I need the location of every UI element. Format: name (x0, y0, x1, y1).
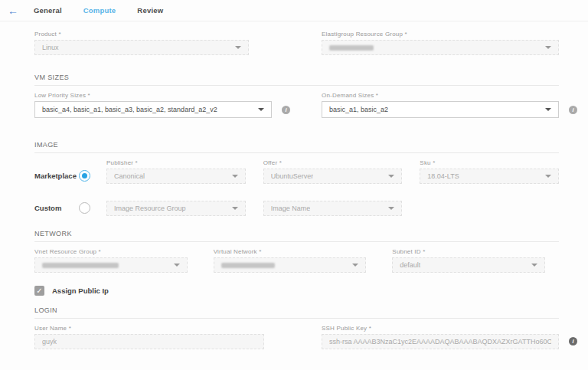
section-divider (34, 152, 559, 153)
subnet-id-select: default (392, 257, 545, 273)
on-demand-sizes-select[interactable]: basic_a1, basic_a2 (322, 101, 559, 118)
section-divider (34, 85, 559, 86)
info-icon[interactable]: i (569, 106, 577, 114)
elastigroup-resource-group-label: Elastigroup Resource Group * (322, 31, 559, 38)
low-priority-sizes-value: basic_a4, basic_a1, basic_a3, basic_a2, … (42, 106, 217, 113)
assign-public-ip-label: Assign Public Ip (52, 287, 109, 295)
virtual-network-label: Virtual Network * (214, 248, 367, 255)
network-title: NETWORK (34, 230, 559, 237)
chevron-down-icon (388, 175, 394, 178)
wizard-header: ← General Compute Review (0, 0, 588, 21)
vm-sizes-title: VM SIZES (34, 74, 559, 81)
custom-row: Custom Image Resource Group Image Name (34, 201, 559, 216)
publisher-label: Publisher * (106, 159, 246, 166)
chevron-down-icon (232, 175, 238, 178)
back-arrow-icon[interactable]: ← (8, 5, 18, 16)
user-name-label: User Name * (34, 325, 264, 332)
ssh-public-key-value: ssh-rsa AAAAB3NzaC1yc2EAAAADAQABAAABAQDX… (329, 338, 551, 345)
wizard-tabs: General Compute Review (34, 6, 163, 15)
user-name-input: guyk (34, 334, 264, 349)
redacted-value (42, 263, 119, 268)
product-label: Product * (34, 31, 249, 38)
image-resource-group-select: Image Resource Group (106, 201, 246, 216)
on-demand-sizes-value: basic_a1, basic_a2 (329, 106, 388, 113)
chevron-down-icon (174, 264, 180, 267)
ssh-public-key-label: SSH Public Key * (322, 325, 559, 332)
offer-select: UbuntuServer (263, 169, 403, 184)
info-icon[interactable]: i (569, 337, 577, 345)
chevron-down-icon (545, 46, 551, 49)
chevron-down-icon (258, 108, 264, 111)
virtual-network-select (214, 257, 367, 273)
section-login: LOGIN User Name * guyk SSH Public Key * … (34, 306, 559, 349)
section-network: NETWORK Vnet Resource Group * Virtual Ne… (34, 230, 559, 296)
assign-public-ip-checkbox[interactable]: ✓ (34, 286, 44, 296)
ssh-public-key-input: ssh-rsa AAAAB3NzaC1yc2EAAAADAQABAAABAQDX… (322, 334, 559, 349)
chevron-down-icon (232, 207, 238, 210)
custom-label: Custom (34, 204, 79, 216)
redacted-value (329, 45, 374, 51)
sku-value: 18.04-LTS (427, 172, 459, 180)
user-name-value: guyk (42, 338, 57, 345)
chevron-down-icon (235, 46, 241, 49)
redacted-value (221, 263, 275, 268)
section-image: IMAGE Marketplace Publisher * Canonical … (34, 141, 559, 216)
image-title: IMAGE (34, 141, 559, 149)
sku-label: Sku * (420, 159, 559, 166)
image-resource-group-placeholder: Image Resource Group (114, 205, 186, 212)
assign-public-ip-row: ✓ Assign Public Ip (34, 286, 559, 296)
info-icon[interactable]: i (282, 106, 290, 114)
publisher-value: Canonical (114, 172, 145, 180)
tab-compute[interactable]: Compute (83, 6, 116, 15)
tab-review[interactable]: Review (137, 6, 163, 15)
elastigroup-resource-group-select (322, 40, 559, 55)
offer-label: Offer * (263, 159, 403, 166)
subnet-id-label: Subnet ID * (392, 248, 545, 255)
marketplace-radio[interactable] (79, 170, 90, 182)
section-divider (34, 241, 559, 242)
image-name-placeholder: Image Name (271, 205, 311, 212)
section-divider (34, 318, 559, 319)
marketplace-label: Marketplace (34, 172, 79, 184)
general-row: Product * Linux Elastigroup Resource Gro… (34, 31, 559, 55)
chevron-down-icon (545, 175, 551, 178)
chevron-down-icon (388, 207, 394, 210)
tab-general[interactable]: General (34, 6, 62, 15)
marketplace-row: Marketplace Publisher * Canonical Offer … (34, 159, 559, 184)
image-name-select: Image Name (263, 201, 403, 216)
on-demand-sizes-label: On-Demand Sizes * (322, 92, 559, 99)
offer-value: UbuntuServer (271, 172, 314, 180)
login-title: LOGIN (34, 306, 559, 314)
publisher-select: Canonical (106, 169, 246, 184)
vnet-resource-group-label: Vnet Resource Group * (34, 248, 188, 255)
subnet-id-value: default (400, 261, 420, 269)
low-priority-sizes-label: Low Priority Sizes * (34, 92, 272, 99)
low-priority-sizes-select[interactable]: basic_a4, basic_a1, basic_a3, basic_a2, … (34, 101, 272, 118)
chevron-down-icon (531, 264, 537, 267)
section-vm-sizes: VM SIZES Low Priority Sizes * basic_a4, … (34, 74, 559, 118)
sku-select: 18.04-LTS (420, 169, 559, 184)
chevron-down-icon (545, 108, 551, 111)
product-select: Linux (34, 40, 249, 55)
spacer (420, 201, 559, 216)
chevron-down-icon (352, 264, 358, 267)
vnet-resource-group-select (34, 257, 188, 273)
product-value: Linux (42, 44, 59, 51)
custom-radio[interactable] (79, 202, 90, 214)
